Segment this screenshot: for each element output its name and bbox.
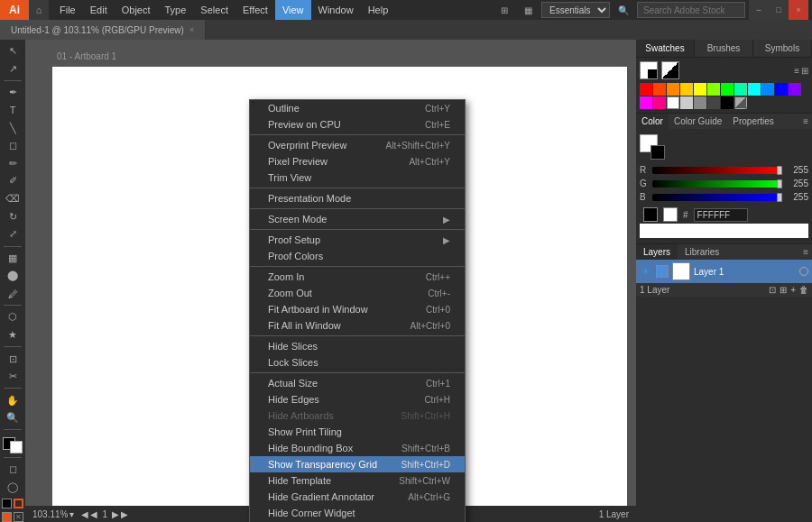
menu-template[interactable]: Hide Template Shift+Ctrl+W [250,472,465,489]
mode-stroke[interactable]: ◯ [3,479,23,495]
scale-tool[interactable]: ⤢ [3,226,23,243]
menu-view[interactable]: View [275,0,311,20]
rotate-tool[interactable]: ↻ [3,208,23,224]
nav-next-icon[interactable]: ▶ [121,509,128,519]
g-slider[interactable] [652,180,780,188]
symbols-tab[interactable]: Symbols [753,40,812,57]
menu-window[interactable]: Window [311,0,361,20]
swatch-blue[interactable] [775,83,788,96]
brushes-tab[interactable]: Brushes [695,40,753,57]
nav-last-icon[interactable]: ▶ [112,509,119,519]
swatches-tab[interactable]: Swatches [636,40,695,57]
zoom-tool[interactable]: 🔍 [3,410,23,426]
r-slider[interactable] [652,167,780,174]
menu-fit-artboard[interactable]: Fit Artboard in Window Ctrl+0 [250,301,465,317]
swatch-orange-red[interactable] [653,83,666,96]
menu-print-tiling[interactable]: Show Print Tiling [250,424,465,440]
layer-delete-icon[interactable]: 🗑 [799,285,808,295]
direct-select-tool[interactable]: ↗ [3,61,23,78]
document-tab[interactable]: Untitled-1 @ 103.11% (RGB/GPU Preview) × [0,20,206,40]
home-button[interactable]: ⌂ [29,0,49,20]
maximize-button[interactable]: □ [769,0,789,20]
zoom-dropdown-icon[interactable]: ▾ [69,509,74,519]
swatch-white[interactable] [667,96,679,109]
swatch-orange[interactable] [667,83,679,96]
swatch-gray[interactable] [694,96,706,109]
menu-preview-cpu[interactable]: Preview on CPU Ctrl+E [250,116,465,133]
menu-select[interactable]: Select [193,0,235,20]
blend-tool[interactable]: ⬡ [3,309,23,325]
menu-proof-setup[interactable]: Proof Setup ▶ [250,232,465,248]
menu-bounding-box[interactable]: Hide Bounding Box Shift+Ctrl+B [250,440,465,456]
swatch-gradient2[interactable] [734,96,747,109]
color-panel-menu-icon[interactable]: ≡ [799,114,812,129]
r-slider-handle[interactable] [777,166,782,175]
menu-trim[interactable]: Trim View [250,169,465,186]
menu-overprint[interactable]: Overprint Preview Alt+Shift+Ctrl+Y [250,137,465,153]
swatch-teal[interactable] [734,83,747,96]
workspace-selector[interactable]: Essentials [541,2,610,18]
eraser-tool[interactable]: ⌫ [3,191,23,207]
layout-icon[interactable]: ⊞ [494,0,514,20]
menu-lock-slices[interactable]: Lock Slices [250,354,465,371]
layer-new-sublayer-icon[interactable]: ⊞ [780,285,787,295]
symbol-tool[interactable]: ★ [3,327,23,343]
swatch-sky[interactable] [761,83,774,96]
menu-actual-size[interactable]: Actual Size Ctrl+1 [250,375,465,391]
swatch-red[interactable] [640,83,652,96]
nav-first-icon[interactable]: ◀ [90,509,97,519]
paintbrush-tool[interactable]: ✏ [3,156,23,172]
swatch-hot-pink[interactable] [653,96,666,109]
swatch-dark-gray[interactable] [707,96,720,109]
rect-tool[interactable]: ◻ [3,138,23,154]
layer-1-row[interactable]: 👁 Layer 1 [636,260,812,283]
layers-panel-menu-icon[interactable]: ≡ [799,244,812,260]
artboard-tool[interactable]: ⊡ [3,351,23,367]
gradient-tool[interactable]: ▦ [3,250,23,266]
menu-hide-artboards[interactable]: Hide Artboards Shift+Ctrl+H [250,408,465,424]
swatch-violet[interactable] [789,83,801,96]
menu-screen-mode[interactable]: Screen Mode ▶ [250,211,465,227]
menu-presentation[interactable]: Presentation Mode [250,190,465,206]
hex-color-white[interactable] [663,207,678,222]
menu-zoom-out[interactable]: Zoom Out Ctrl+- [250,285,465,301]
menu-type[interactable]: Type [158,0,194,20]
mode-fill[interactable]: ◻ [3,462,23,478]
menu-help[interactable]: Help [361,0,396,20]
swatches-menu-icon[interactable]: ≡ [794,66,799,76]
menu-fit-all[interactable]: Fit All in Window Alt+Ctrl+0 [250,317,465,334]
stroke-selector[interactable] [651,145,665,160]
color-selector[interactable] [3,437,23,453]
layer-make-mask-icon[interactable]: ⊡ [769,285,776,295]
nav-prev-icon[interactable]: ◀ [81,509,88,519]
search-icon[interactable]: 🔍 [614,0,633,20]
close-button[interactable]: × [789,0,808,20]
white-swatch[interactable] [640,61,658,79]
menu-effect[interactable]: Effect [235,0,275,20]
gradient-box[interactable] [2,512,12,522]
swatch-light-gray[interactable] [680,96,693,109]
menu-proof-colors[interactable]: Proof Colors [250,248,465,264]
swatch-yellow-green[interactable] [707,83,720,96]
tab-close-button[interactable]: × [189,25,194,34]
layer-visibility-icon[interactable]: 👁 [640,265,652,278]
minimize-button[interactable]: – [749,0,769,20]
pen-tool[interactable]: ✒ [3,85,23,101]
none-box[interactable]: ✕ [14,512,23,522]
menu-pixel[interactable]: Pixel Preview Alt+Ctrl+Y [250,153,465,169]
hex-input[interactable]: FFFFFF [694,208,748,222]
swatch-black[interactable] [721,96,734,109]
select-tool[interactable]: ↖ [3,43,23,60]
swatch-yellow-orange[interactable] [680,83,693,96]
type-tool[interactable]: T [3,103,23,119]
swatch-cyan[interactable] [748,83,761,96]
b-slider-handle[interactable] [777,193,782,202]
swatch-green[interactable] [721,83,734,96]
color-guide-tab[interactable]: Color Guide [669,114,727,129]
menu-corner-widget[interactable]: Hide Corner Widget [250,505,465,521]
menu-outline[interactable]: Outline Ctrl+Y [250,100,465,116]
swatches-grid-icon[interactable]: ⊞ [801,66,808,76]
menu-zoom-in[interactable]: Zoom In Ctrl++ [250,269,465,285]
pencil-tool[interactable]: ✐ [3,173,23,189]
menu-edit[interactable]: Edit [83,0,115,20]
